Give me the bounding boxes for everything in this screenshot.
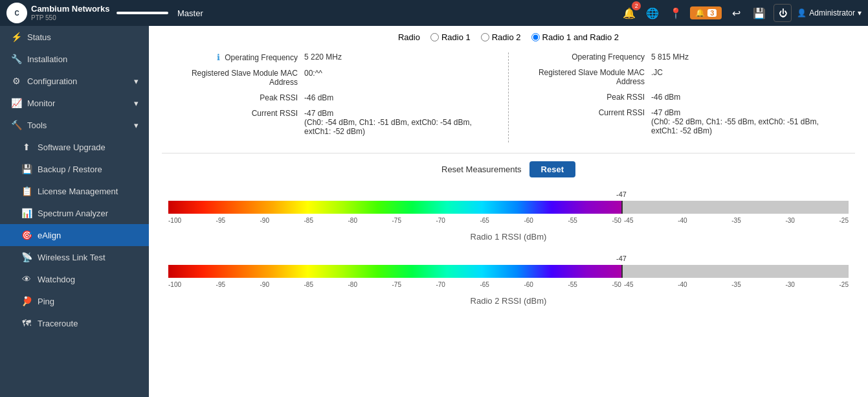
left-peak-rssi-value: -46 dBm	[304, 93, 333, 102]
right-op-freq-label: Operating Frequency	[522, 52, 651, 62]
right-current-rssi-value: -47 dBm	[651, 108, 680, 117]
scale2-l-60: -60	[524, 281, 533, 288]
sidebar-item-wireless-link-test[interactable]: 📡 Wireless Link Test	[0, 246, 149, 268]
sidebar-item-tools[interactable]: 🔨 Tools ▾	[0, 114, 149, 136]
radio1-option[interactable]: Radio 1	[430, 32, 471, 42]
scale-l-50: -50	[612, 217, 621, 224]
sidebar-item-configuration[interactable]: ⚙ Configuration ▾	[0, 70, 149, 92]
scale-r-45: -45	[624, 217, 633, 224]
left-current-rssi-value: -47 dBm	[304, 109, 333, 118]
alarm-count: 3	[707, 9, 717, 17]
sidebar-item-ping[interactable]: 🏓 Ping	[0, 290, 149, 312]
scale-l-65: -65	[480, 217, 489, 224]
right-peak-rssi-value: -46 dBm	[651, 93, 680, 102]
radio1-scale-left: -100 -95 -90 -85 -80 -75 -70 -65 -60 -55…	[168, 217, 621, 224]
radio-both-input[interactable]	[531, 33, 540, 41]
right-mac-value: .JC	[651, 68, 663, 77]
scale2-l-65: -65	[480, 281, 489, 288]
radio2-scale: -100 -95 -90 -85 -80 -75 -70 -65 -60 -55…	[168, 281, 849, 288]
configuration-icon: ⚙	[10, 76, 22, 86]
wireless-link-test-icon: 📡	[21, 252, 32, 262]
sidebar-label-configuration: Configuration	[27, 76, 77, 86]
header-icons: 🔔 2 🌐 📍 🔔 3 ↩ 💾 ⏻ 👤 Administrator ▾	[620, 4, 862, 22]
ping-icon: 🏓	[21, 296, 32, 306]
rssi-gray-bar-2	[623, 265, 849, 278]
globe-button[interactable]: 🌐	[643, 4, 662, 22]
sidebar-label-watchdog: Watchdog	[38, 275, 75, 284]
sidebar-label-spectrum-analyzer: Spectrum Analyzer	[38, 209, 108, 218]
spectrum-analyzer-icon: 📊	[21, 208, 32, 218]
notification-bell-button[interactable]: 🔔 2	[620, 4, 638, 22]
radio-both-option[interactable]: Radio 1 and Radio 2	[531, 32, 619, 42]
scale2-l-50: -50	[612, 281, 621, 288]
scale2-r-45: -45	[624, 281, 633, 288]
scale-l-85: -85	[304, 217, 313, 224]
radio1-rssi-title: Radio 1 RSSI (dBm)	[162, 232, 855, 242]
sidebar-item-license-management[interactable]: 📋 License Management	[0, 180, 149, 202]
radio-both-label: Radio 1 and Radio 2	[542, 32, 619, 42]
sidebar-item-watchdog[interactable]: 👁 Watchdog	[0, 268, 149, 290]
radio1-input[interactable]	[430, 33, 439, 41]
sidebar-item-spectrum-analyzer[interactable]: 📊 Spectrum Analyzer	[0, 202, 149, 224]
save-button[interactable]: 💾	[750, 4, 768, 22]
monitor-arrow-icon: ▾	[134, 98, 139, 108]
scale-l-80: -80	[348, 217, 357, 224]
info-icon-left: ℹ	[217, 52, 220, 62]
alarm-button[interactable]: 🔔 3	[690, 6, 722, 19]
sidebar-label-tools: Tools	[27, 120, 47, 130]
radio2-input[interactable]	[481, 33, 489, 41]
left-peak-rssi-row: Peak RSSI -46 dBm	[175, 93, 495, 102]
configuration-arrow-icon: ▾	[134, 76, 139, 86]
location-button[interactable]: 📍	[667, 4, 685, 22]
traceroute-icon: 🗺	[21, 318, 32, 328]
radio1-scale: -100 -95 -90 -85 -80 -75 -70 -65 -60 -55…	[168, 217, 849, 224]
info-columns: ℹ Operating Frequency 5 220 MHz Register…	[162, 52, 855, 153]
radio2-option[interactable]: Radio 2	[481, 32, 521, 42]
left-op-freq-row: ℹ Operating Frequency 5 220 MHz	[175, 52, 495, 62]
radio-selector: Radio Radio 1 Radio 2 Radio 1 and Radio …	[162, 32, 855, 42]
monitor-icon: 📈	[10, 98, 22, 108]
scale2-l-80: -80	[348, 281, 357, 288]
left-mac-label: Registered Slave Module MAC Address	[175, 69, 304, 87]
ealign-icon: 🎯	[21, 230, 32, 240]
sidebar-label-installation: Installation	[27, 54, 67, 64]
scale-l-100: -100	[168, 217, 181, 224]
sidebar-label-ping: Ping	[38, 297, 54, 306]
device-role: Master	[177, 8, 203, 18]
scale2-l-90: -90	[260, 281, 269, 288]
power-button[interactable]: ⏻	[773, 4, 792, 22]
sidebar-item-backup-restore[interactable]: 💾 Backup / Restore	[0, 158, 149, 180]
left-current-rssi-label: Current RSSI	[175, 109, 304, 118]
sidebar-item-ealign[interactable]: 🎯 eAlign	[0, 224, 149, 246]
software-upgrade-icon: ⬆	[21, 142, 32, 152]
admin-menu-button[interactable]: 👤 Administrator ▾	[797, 8, 862, 17]
sidebar-label-software-upgrade: Software Upgrade	[38, 142, 106, 152]
brand-name: Cambium Networks	[31, 4, 109, 14]
sidebar-item-status[interactable]: ⚡ Status	[0, 26, 149, 48]
scale2-r-40: -40	[678, 281, 687, 288]
scale-l-90: -90	[260, 217, 269, 224]
sidebar-item-software-upgrade[interactable]: ⬆ Software Upgrade	[0, 136, 149, 158]
scale2-l-100: -100	[168, 281, 181, 288]
tools-icon: 🔨	[10, 120, 22, 130]
right-mac-label: Registered Slave Module MAC Address	[522, 68, 651, 86]
undo-button[interactable]: ↩	[727, 4, 745, 22]
sidebar-item-traceroute[interactable]: 🗺 Traceroute	[0, 312, 149, 334]
sidebar-label-license-management: License Management	[38, 187, 118, 196]
sidebar-item-installation[interactable]: 🔧 Installation	[0, 48, 149, 70]
radio2-scale-right: -45 -40 -35 -30 -25	[621, 281, 849, 288]
watchdog-icon: 👁	[21, 274, 32, 284]
radio1-rssi-marker-label: -47	[616, 190, 627, 198]
rssi-gradient-bar-2	[168, 265, 621, 278]
radio2-rssi-section: -47 -100 -95 -90 -85 -80 -7	[162, 252, 855, 306]
reset-section: Reset Measurements Reset	[162, 161, 855, 177]
sidebar-item-monitor[interactable]: 📈 Monitor ▾	[0, 92, 149, 114]
left-current-rssi-detail: (Ch0: -54 dBm, Ch1: -51 dBm, extCh0: -54…	[304, 118, 472, 136]
device-name[interactable]	[117, 12, 168, 14]
radio1-rssi-wrapper: -47 -100 -95 -90 -85	[162, 188, 855, 229]
sidebar: ⚡ Status 🔧 Installation ⚙ Configuration …	[0, 26, 149, 397]
sidebar-label-backup-restore: Backup / Restore	[38, 164, 102, 174]
scale-l-75: -75	[392, 217, 401, 224]
main-content: Radio Radio 1 Radio 2 Radio 1 and Radio …	[149, 26, 868, 397]
reset-button[interactable]: Reset	[529, 161, 575, 177]
